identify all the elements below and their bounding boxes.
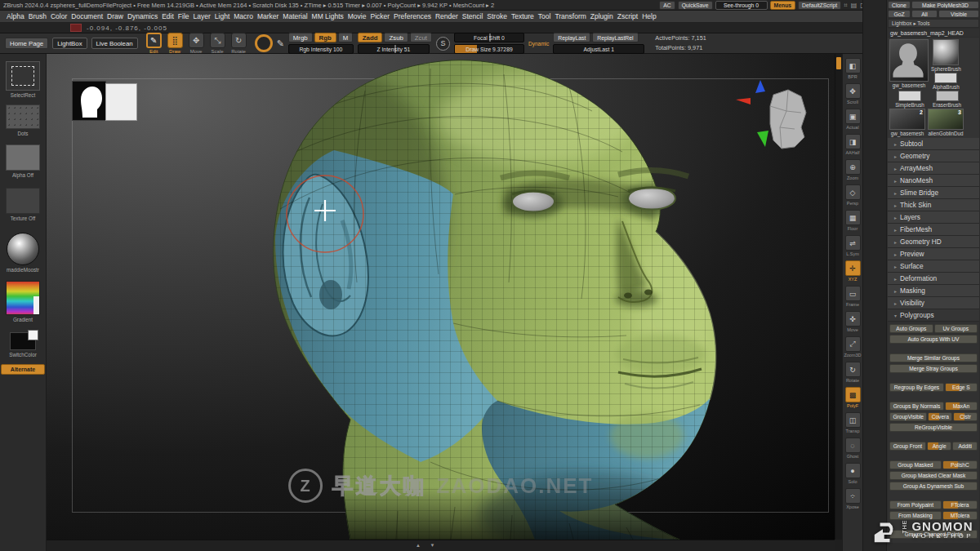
alpha-selector[interactable]: Alpha Off: [6, 144, 40, 178]
angle-slider[interactable]: Angle: [927, 442, 952, 451]
goz-visible-button[interactable]: Visible: [938, 10, 979, 18]
menu-item[interactable]: Picker: [370, 12, 390, 20]
menu-item[interactable]: Zscript: [617, 12, 639, 20]
focal-shift-slider[interactable]: Focal Shift 0: [454, 33, 524, 42]
zadd-button[interactable]: Zadd: [358, 33, 383, 42]
default-zscript-button[interactable]: DefaultZScript: [798, 1, 841, 10]
uv-groups-button[interactable]: Uv Groups: [934, 324, 978, 333]
alternate-toggle[interactable]: Alternate: [1, 364, 45, 375]
mode-button[interactable]: ✎ Edit: [145, 33, 163, 54]
palette-section[interactable]: Thick Skin: [888, 199, 979, 211]
goz-button[interactable]: GoZ: [888, 10, 911, 18]
menu-item[interactable]: Alpha: [7, 12, 24, 20]
merge-stray-groups-button[interactable]: Merge Stray Groups: [889, 364, 978, 373]
menu-item[interactable]: Stroke: [487, 12, 507, 20]
menu-item[interactable]: Tool: [538, 12, 551, 20]
replay-last-rel-button[interactable]: ReplayLastRel: [592, 33, 638, 42]
basemesh-thumbnail[interactable]: 2: [889, 109, 925, 130]
silhouette-thumbnail-2[interactable]: [105, 83, 137, 121]
simplebrush-thumbnail[interactable]: [898, 91, 921, 101]
palette-section[interactable]: NanoMesh: [888, 175, 979, 187]
menu-item[interactable]: Texture: [511, 12, 534, 20]
lightbox-button[interactable]: LightBox: [52, 38, 87, 49]
aliengoblin-thumbnail[interactable]: 3: [928, 109, 964, 130]
group-masked-button[interactable]: Group Masked: [889, 460, 942, 469]
viewport-3d[interactable]: Z 早道大咖 ZAODAO.NET: [47, 54, 835, 540]
titlebar-icon[interactable]: ⌗: [844, 2, 848, 9]
palette-section[interactable]: Preview: [888, 248, 979, 260]
palette-section[interactable]: Geometry HD: [888, 236, 979, 248]
regroup-by-edges-button[interactable]: Regroup By Edges: [889, 383, 944, 392]
make-polymesh3d-button[interactable]: Make PolyMesh3D: [911, 1, 979, 9]
right-shelf-button[interactable]: ▣ Actual: [843, 109, 863, 134]
palette-section[interactable]: Surface: [888, 260, 979, 273]
cluster-slider[interactable]: Clstr: [953, 412, 978, 421]
menu-item[interactable]: Render: [435, 12, 458, 20]
texture-selector[interactable]: Texture Off: [6, 188, 40, 221]
right-shelf-button[interactable]: ⤢ Zoom3D: [843, 336, 863, 362]
palette-section[interactable]: Deformation: [888, 273, 979, 285]
menu-item[interactable]: Transform: [555, 12, 586, 20]
menu-item[interactable]: Draw: [107, 12, 123, 20]
right-shelf-button[interactable]: ✜ Move: [843, 311, 863, 336]
polish-slider[interactable]: PolishC: [942, 460, 978, 469]
palette-section[interactable]: Layers: [888, 211, 979, 224]
adjust-last-slider[interactable]: AdjustLast 1: [553, 44, 644, 54]
eraserbrush-thumbnail[interactable]: [936, 91, 959, 101]
regroup-visible-button[interactable]: ReGroupVisible: [889, 423, 978, 432]
menu-item[interactable]: Color: [51, 12, 67, 20]
titlebar-icon[interactable]: ▤: [851, 2, 858, 9]
merge-similar-groups-button[interactable]: Merge Similar Groups: [889, 353, 978, 362]
stroke-selector[interactable]: SelectRect: [6, 61, 40, 98]
mode-button[interactable]: ⤡ Scale: [208, 33, 227, 54]
polypaint-tolerance-slider[interactable]: FTolera: [942, 500, 978, 509]
right-shelf-button[interactable]: ◧ BPR: [843, 58, 863, 83]
panel-divider[interactable]: [862, 0, 887, 551]
menus-button[interactable]: Menus: [770, 1, 796, 10]
right-shelf-button[interactable]: ⊕ Zoom: [843, 159, 863, 184]
menu-item[interactable]: Edit: [162, 12, 174, 20]
record-indicator[interactable]: [70, 24, 82, 32]
spherebrush-thumbnail[interactable]: [933, 39, 959, 65]
paintbrush-icon[interactable]: ✎: [277, 38, 284, 49]
alphabrush-thumbnail[interactable]: [934, 73, 957, 83]
menu-item[interactable]: Document: [71, 12, 103, 20]
menu-item[interactable]: Help: [642, 12, 656, 20]
right-shelf-button[interactable]: ● Solo: [843, 463, 863, 488]
coverage-slider[interactable]: Covera: [928, 412, 952, 421]
right-shelf-button[interactable]: ⇌ L.Sym: [843, 235, 863, 260]
right-shelf-button[interactable]: ✥ Scroll: [843, 83, 863, 109]
horizontal-scrollbar[interactable]: ▲ ▼: [47, 540, 835, 551]
group-front-button[interactable]: Group Front: [889, 442, 926, 451]
switch-color[interactable]: SwitchColor: [9, 332, 37, 358]
auto-groups-button[interactable]: Auto Groups: [889, 324, 933, 333]
menu-item[interactable]: Preferences: [394, 12, 431, 20]
group-visible-button[interactable]: GroupVisible: [889, 412, 927, 421]
mrgb-button[interactable]: Mrgb: [288, 33, 313, 42]
right-shelf-button[interactable]: ↻ Rotate: [843, 362, 863, 387]
zsub-button[interactable]: Zsub: [384, 33, 408, 42]
scrollbar-thumb[interactable]: [836, 57, 841, 69]
draw-size-slider[interactable]: Draw Size 9.37289: [454, 44, 524, 54]
right-shelf-button[interactable]: ◨ AAHalf: [843, 134, 863, 159]
silhouette-thumbnail-1[interactable]: [72, 81, 106, 121]
palette-section-polygroups[interactable]: Polygroups: [888, 309, 979, 322]
auto-groups-uv-button[interactable]: Auto Groups With UV: [889, 335, 978, 344]
from-polypaint-button[interactable]: From Polypaint: [889, 500, 942, 509]
palette-section[interactable]: ArrayMesh: [888, 162, 979, 175]
menu-item[interactable]: Brush: [29, 12, 47, 20]
clone-button[interactable]: Clone: [888, 1, 911, 9]
menu-item[interactable]: Zplugin: [590, 12, 613, 20]
right-shelf-button[interactable]: ⁘ Xpose: [843, 488, 863, 513]
additive-toggle[interactable]: Additi: [952, 442, 978, 451]
current-brush-icon[interactable]: [255, 34, 273, 52]
quicksave-button[interactable]: QuickSave: [678, 1, 713, 10]
menu-item[interactable]: Dynamics: [127, 12, 158, 20]
group-masked-clear-mask-button[interactable]: Group Masked Clear Mask: [889, 471, 978, 480]
right-shelf-button[interactable]: ▭ Frame: [843, 286, 863, 311]
menu-item[interactable]: Marker: [257, 12, 278, 20]
palette-section[interactable]: Subtool: [888, 138, 979, 150]
lightbox-tools-bar[interactable]: Lightbox ▸ Tools: [888, 19, 979, 28]
stroke-icon[interactable]: S: [436, 37, 450, 51]
menu-item[interactable]: Material: [283, 12, 307, 20]
